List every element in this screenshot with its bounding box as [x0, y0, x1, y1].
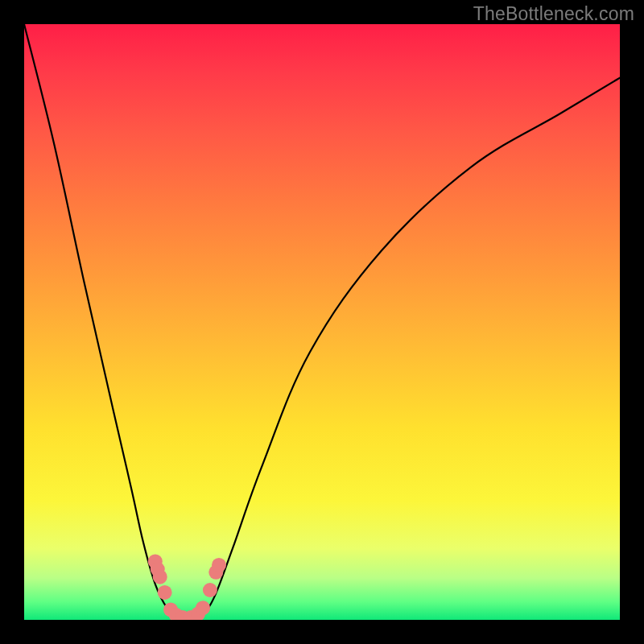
bottleneck-curve: [24, 24, 620, 620]
chart-svg: [24, 24, 620, 620]
watermark-text: TheBottleneck.com: [473, 3, 634, 25]
series-marker: [153, 570, 167, 584]
series-marker: [203, 583, 217, 597]
series-marker: [158, 585, 172, 600]
chart-area: [24, 24, 620, 620]
series-markers: [148, 554, 226, 620]
series-marker: [196, 601, 210, 615]
series-marker: [212, 558, 226, 572]
